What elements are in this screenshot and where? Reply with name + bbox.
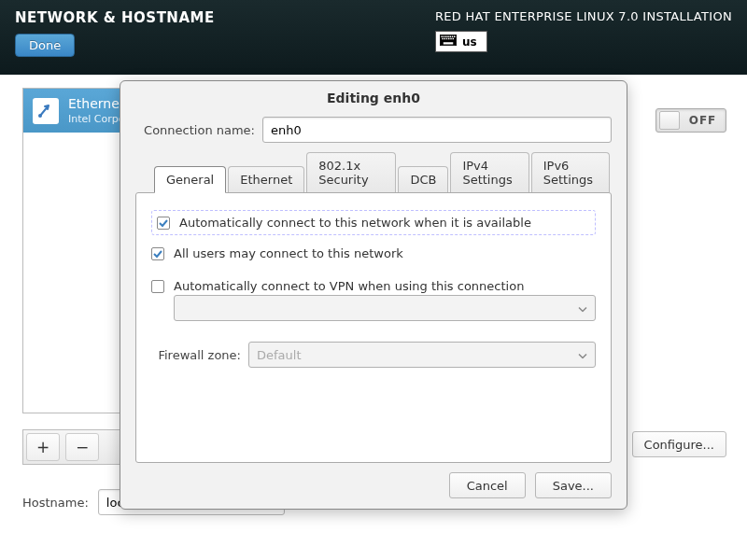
autoconnect-row[interactable]: Automatically connect to this network wh… [151,210,596,235]
tab-ipv6[interactable]: IPv6 Settings [531,152,610,192]
dialog-body: Connection name: General Ethernet 802.1x… [120,113,627,463]
header-left: NETWORK & HOSTNAME Done [15,9,215,65]
check-icon [152,248,163,259]
installer-title: RED HAT ENTERPRISE LINUX 7.0 INSTALLATIO… [435,9,732,23]
toggle-state-label: OFF [680,114,726,127]
remove-nic-button[interactable]: − [65,433,99,461]
autoconnect-checkbox[interactable] [157,217,170,230]
tab-ethernet[interactable]: Ethernet [228,166,304,192]
dialog-footer: Cancel Save... [120,463,627,511]
auto-vpn-label: Automatically connect to VPN when using … [174,279,524,293]
done-button[interactable]: Done [15,34,75,57]
chevron-down-icon [578,301,587,315]
autoconnect-label: Automatically connect to this network wh… [179,216,531,230]
keyboard-icon [440,34,457,49]
hostname-label: Hostname: [22,496,89,510]
dialog-tabs: General Ethernet 802.1x Security DCB IPv… [154,152,612,192]
all-users-row[interactable]: All users may connect to this network [151,246,596,260]
firewall-zone-value: Default [257,348,302,362]
all-users-label: All users may connect to this network [174,246,403,260]
installer-header: NETWORK & HOSTNAME Done RED HAT ENTERPRI… [0,0,747,75]
keyboard-layout-label: us [462,35,477,49]
svg-rect-9 [444,38,445,40]
svg-rect-5 [449,36,451,38]
add-nic-button[interactable]: + [26,433,60,461]
vpn-combo-row [174,295,596,321]
svg-rect-1 [441,36,443,38]
svg-rect-6 [452,36,454,38]
save-button[interactable]: Save... [535,472,612,498]
connection-name-label: Connection name: [135,123,255,137]
svg-rect-10 [446,38,448,40]
firewall-zone-row: Firewall zone: Default [151,342,596,368]
cancel-button[interactable]: Cancel [449,472,526,498]
auto-vpn-row[interactable]: Automatically connect to VPN when using … [151,279,596,293]
edit-connection-dialog: Editing enh0 Connection name: General Et… [120,80,627,510]
svg-rect-8 [442,38,444,40]
tab-dcb[interactable]: DCB [398,166,448,192]
spoke-title: NETWORK & HOSTNAME [15,9,215,26]
tab-8021x[interactable]: 802.1x Security [306,152,396,192]
toggle-handle [659,111,680,130]
svg-rect-4 [447,36,449,38]
tab-panel-general: Automatically connect to this network wh… [135,192,612,463]
svg-rect-13 [452,38,454,40]
all-users-checkbox[interactable] [151,247,164,260]
dialog-title: Editing enh0 [120,81,627,113]
svg-point-15 [38,114,42,118]
configure-button[interactable]: Configure... [632,431,726,457]
vpn-select [174,295,596,321]
auto-vpn-checkbox[interactable] [151,280,164,293]
connection-toggle[interactable]: OFF [655,108,726,133]
check-icon [158,217,169,229]
svg-rect-3 [445,36,447,38]
svg-rect-7 [454,36,456,38]
connection-name-input[interactable] [262,117,612,143]
firewall-zone-label: Firewall zone: [151,348,241,362]
connection-name-row: Connection name: [135,117,612,143]
tab-ipv4[interactable]: IPv4 Settings [450,152,529,192]
svg-rect-2 [444,36,445,38]
keyboard-layout-indicator[interactable]: us [435,31,487,52]
tab-general[interactable]: General [154,166,226,193]
svg-rect-11 [448,38,450,40]
svg-rect-12 [450,38,452,40]
firewall-zone-select[interactable]: Default [248,342,596,368]
header-right: RED HAT ENTERPRISE LINUX 7.0 INSTALLATIO… [435,9,732,65]
ethernet-icon [33,98,59,124]
chevron-down-icon [578,348,587,362]
svg-rect-14 [444,42,454,44]
